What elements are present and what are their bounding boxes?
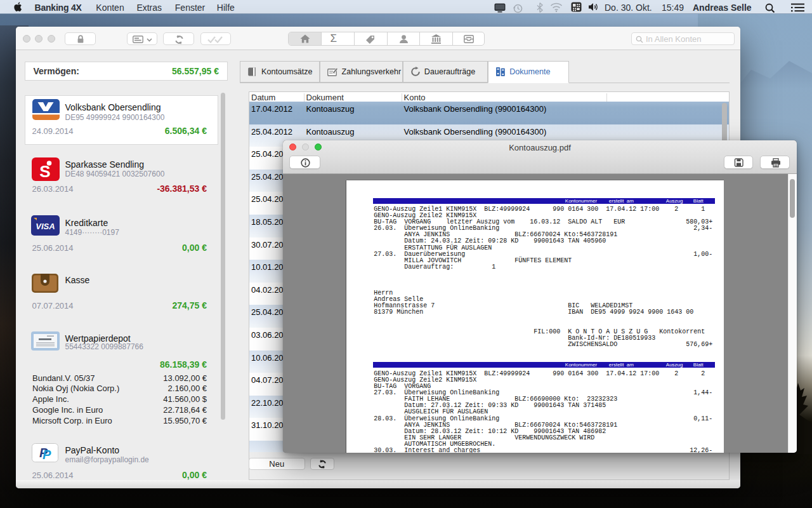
svg-text:S: S — [39, 162, 50, 181]
svg-text:VISA: VISA — [36, 221, 55, 231]
svg-text:P: P — [43, 448, 51, 462]
